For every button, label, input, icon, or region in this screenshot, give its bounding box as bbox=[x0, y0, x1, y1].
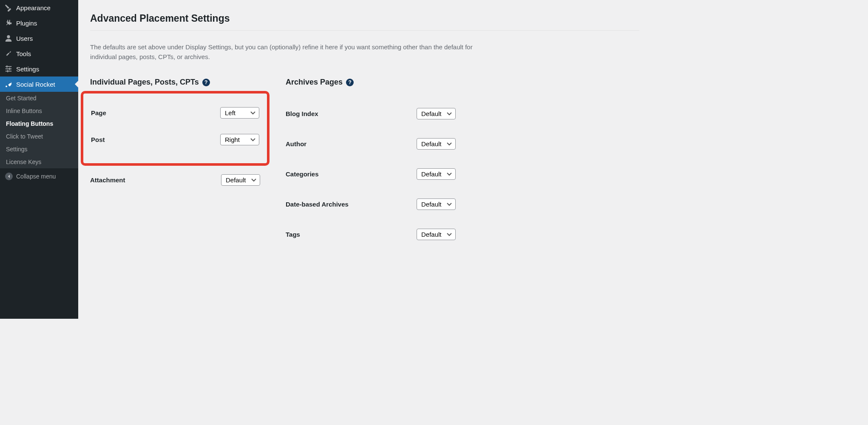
field-author: Author DefaultLeftRightNone bbox=[286, 138, 456, 150]
page-title: Advanced Placement Settings bbox=[90, 13, 639, 24]
submenu-inline-buttons[interactable]: Inline Buttons bbox=[0, 105, 78, 117]
menu-settings[interactable]: Settings bbox=[0, 61, 78, 76]
menu-label: Plugins bbox=[16, 20, 37, 27]
field-blog-index: Blog Index DefaultLeftRightNone bbox=[286, 108, 456, 119]
menu-label: Settings bbox=[16, 65, 39, 73]
menu-tools[interactable]: Tools bbox=[0, 46, 78, 61]
paint-icon bbox=[4, 3, 13, 12]
sliders-icon bbox=[4, 65, 13, 73]
field-label: Attachment bbox=[90, 176, 125, 184]
page-description: The defaults are set above under Display… bbox=[90, 42, 494, 62]
menu-label: Appearance bbox=[16, 4, 51, 11]
field-date-archives: Date-based Archives DefaultLeftRightNone bbox=[286, 198, 456, 210]
svg-point-0 bbox=[7, 35, 10, 38]
svg-rect-1 bbox=[6, 66, 11, 67]
select-post[interactable]: DefaultLeftRightNone bbox=[220, 134, 259, 145]
select-author[interactable]: DefaultLeftRightNone bbox=[417, 138, 456, 150]
submenu-click-to-tweet[interactable]: Click to Tweet bbox=[0, 130, 78, 143]
submenu-get-started[interactable]: Get Started bbox=[0, 92, 78, 105]
field-label: Blog Index bbox=[286, 110, 318, 117]
field-label: Page bbox=[91, 109, 106, 116]
help-icon[interactable]: ? bbox=[346, 79, 354, 86]
help-icon[interactable]: ? bbox=[202, 79, 210, 86]
plug-icon bbox=[4, 19, 13, 27]
select-categories[interactable]: DefaultLeftRightNone bbox=[417, 168, 456, 180]
field-post: Post DefaultLeftRightNone bbox=[91, 134, 259, 145]
column-heading-individual: Individual Pages, Posts, CPTs ? bbox=[90, 78, 260, 87]
submenu-floating-buttons[interactable]: Floating Buttons bbox=[0, 117, 78, 130]
field-label: Author bbox=[286, 140, 306, 147]
select-date-archives[interactable]: DefaultLeftRightNone bbox=[417, 198, 456, 210]
admin-sidebar: Appearance Plugins Users Tools Settings … bbox=[0, 0, 78, 319]
select-page[interactable]: DefaultLeftRightNone bbox=[220, 107, 259, 119]
menu-label: Users bbox=[16, 35, 33, 42]
divider bbox=[90, 30, 639, 31]
svg-rect-4 bbox=[7, 65, 8, 68]
main-content: Advanced Placement Settings The defaults… bbox=[78, 0, 651, 319]
field-label: Tags bbox=[286, 231, 300, 238]
field-attachment: Attachment DefaultLeftRightNone bbox=[90, 174, 260, 186]
submenu-license-keys[interactable]: License Keys bbox=[0, 156, 78, 168]
svg-rect-3 bbox=[6, 71, 11, 72]
select-attachment[interactable]: DefaultLeftRightNone bbox=[221, 174, 260, 186]
field-label: Post bbox=[91, 136, 105, 143]
wrench-icon bbox=[4, 49, 13, 58]
submenu: Get Started Inline Buttons Floating Butt… bbox=[0, 92, 78, 168]
heading-text: Archives Pages bbox=[286, 78, 343, 87]
field-label: Date-based Archives bbox=[286, 201, 349, 208]
svg-rect-5 bbox=[9, 68, 10, 70]
collapse-label: Collapse menu bbox=[16, 173, 56, 180]
column-heading-archives: Archives Pages ? bbox=[286, 78, 456, 87]
settings-columns: Individual Pages, Posts, CPTs ? Page Def… bbox=[90, 78, 639, 259]
heading-text: Individual Pages, Posts, CPTs bbox=[90, 78, 199, 87]
user-icon bbox=[4, 34, 13, 42]
menu-users[interactable]: Users bbox=[0, 31, 78, 46]
menu-appearance[interactable]: Appearance bbox=[0, 0, 78, 15]
svg-rect-6 bbox=[7, 70, 8, 72]
column-archives: Archives Pages ? Blog Index DefaultLeftR… bbox=[286, 78, 456, 259]
field-categories: Categories DefaultLeftRightNone bbox=[286, 168, 456, 180]
select-blog-index[interactable]: DefaultLeftRightNone bbox=[417, 108, 456, 119]
collapse-menu[interactable]: Collapse menu bbox=[0, 168, 78, 184]
menu-label: Tools bbox=[16, 50, 31, 57]
highlight-box: Page DefaultLeftRightNone Post DefaultLe… bbox=[81, 91, 269, 166]
menu-label: Social Rocket bbox=[16, 81, 55, 88]
svg-rect-2 bbox=[6, 68, 11, 69]
collapse-icon bbox=[5, 173, 13, 180]
field-tags: Tags DefaultLeftRightNone bbox=[286, 229, 456, 240]
menu-social-rocket[interactable]: Social Rocket bbox=[0, 76, 78, 92]
rocket-icon bbox=[4, 80, 13, 88]
column-individual: Individual Pages, Posts, CPTs ? Page Def… bbox=[90, 78, 260, 259]
submenu-settings[interactable]: Settings bbox=[0, 143, 78, 156]
select-tags[interactable]: DefaultLeftRightNone bbox=[417, 229, 456, 240]
menu-plugins[interactable]: Plugins bbox=[0, 15, 78, 31]
field-page: Page DefaultLeftRightNone bbox=[91, 107, 259, 119]
field-label: Categories bbox=[286, 170, 319, 178]
